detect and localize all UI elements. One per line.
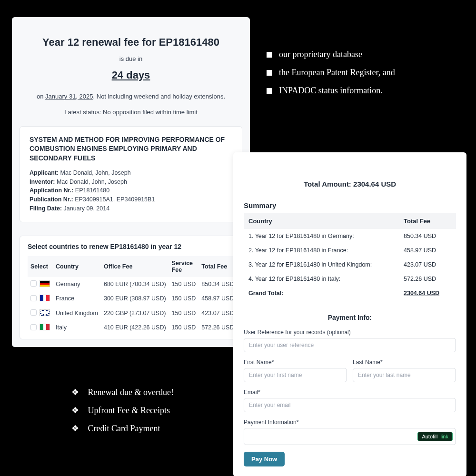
flag-icon <box>40 309 50 316</box>
country-name: Italy <box>53 320 101 335</box>
sum-col-country: Country <box>244 213 399 229</box>
payment-card: Total Amount: 2304.64 USD Summary Countr… <box>233 152 466 476</box>
diamond-bullet-icon: ❖ <box>71 402 79 420</box>
last-name-label: Last Name* <box>353 359 456 366</box>
applicant-label: Applicant: <box>30 169 59 176</box>
col-total-fee: Total Fee <box>198 256 237 277</box>
table-row: United Kingdom220 GBP (273.07 USD)150 US… <box>28 306 237 321</box>
country-select-box: Select countries to renew EP18161480 in … <box>20 236 242 339</box>
status-line: Latest status: No opposition filed withi… <box>20 109 242 116</box>
due-suffix: . Not including weekend and holiday exte… <box>93 93 226 100</box>
bullet-item: ❖ Renewal due & overdue! <box>71 384 174 402</box>
total-amount-label: Total Amount: <box>304 180 353 188</box>
diamond-bullet-icon: ❖ <box>71 384 79 402</box>
country-name: United Kingdom <box>53 306 101 321</box>
last-name-input[interactable] <box>353 368 456 382</box>
flag-icon <box>40 280 50 287</box>
due-in-label: is due in <box>20 55 242 62</box>
user-reference-row: User Reference for your records (optiona… <box>244 329 456 352</box>
diamond-bullet-icon: ❖ <box>71 420 79 438</box>
country-name: Germany <box>53 277 101 292</box>
service-fee: 150 USD <box>169 320 199 335</box>
square-bullet-icon <box>267 88 272 94</box>
col-select: Select <box>28 256 53 277</box>
summary-fee: 850.34 USD <box>399 229 456 243</box>
summary-line: 1. Year 12 for EP18161480 in Germany: <box>244 229 399 243</box>
due-on-prefix: on <box>37 93 45 100</box>
table-row: 1. Year 12 for EP18161480 in Germany:850… <box>244 229 456 243</box>
status-value: No opposition filed within time limit <box>103 109 198 116</box>
flag-icon <box>40 295 50 301</box>
table-row: 4. Year 12 for EP18161480 in Italy:572.2… <box>244 272 456 286</box>
office-fee: 220 GBP (273.07 USD) <box>101 306 169 321</box>
user-reference-label: User Reference for your records (optiona… <box>244 329 456 336</box>
bullet-item: the European Patent Register, and <box>267 64 395 82</box>
sum-col-total: Total Fee <box>399 213 456 229</box>
applicant-value: Mac Donald, John, Joseph <box>59 169 130 176</box>
table-row: 2. Year 12 for EP18161480 in France:458.… <box>244 243 456 258</box>
summary-table: Country Total Fee 1. Year 12 for EP18161… <box>244 213 456 300</box>
country-table: Select Country Office Fee Service Fee To… <box>28 256 237 335</box>
due-date-line: on January 31, 2025. Not including weeke… <box>20 93 242 100</box>
country-checkbox[interactable] <box>30 280 37 287</box>
office-fee: 680 EUR (700.34 USD) <box>101 277 169 292</box>
grand-total-value: 2304.64 USD <box>399 286 456 300</box>
office-fee: 300 EUR (308.97 USD) <box>101 291 169 306</box>
appno-label: Application Nr.: <box>30 187 73 194</box>
grand-total-row: Grand Total:2304.64 USD <box>244 286 456 300</box>
select-heading: Select countries to renew EP18161480 in … <box>28 243 234 250</box>
square-bullet-icon <box>267 52 272 58</box>
pubno-value: EP3409915A1, EP3409915B1 <box>73 196 155 203</box>
summary-fee: 458.97 USD <box>399 243 456 258</box>
country-checkbox[interactable] <box>30 295 37 301</box>
first-name-input[interactable] <box>244 368 347 382</box>
office-fee: 410 EUR (422.26 USD) <box>101 320 169 335</box>
grand-total-label: Grand Total: <box>244 286 399 300</box>
email-label: Email* <box>244 389 456 396</box>
col-office-fee: Office Fee <box>101 256 169 277</box>
autofill-badge[interactable]: Autofill link <box>417 432 453 441</box>
filing-value: January 09, 2014 <box>62 205 109 212</box>
pubno-label: Publication Nr.: <box>30 196 73 203</box>
appno-value: EP18161480 <box>73 187 109 194</box>
autofill-text: Autofill <box>422 434 437 439</box>
country-checkbox[interactable] <box>30 309 37 316</box>
patent-title: SYSTEM AND METHOD FOR IMPROVING PERFORMA… <box>30 135 232 163</box>
total-fee: 572.26 USD <box>198 320 237 335</box>
bullet-item: ❖ Upfront Fee & Receipts <box>71 402 174 420</box>
square-bullet-icon <box>267 70 272 76</box>
due-date: January 31, 2025 <box>45 93 93 100</box>
payment-method-input[interactable]: Autofill link <box>244 428 456 445</box>
summary-fee: 423.07 USD <box>399 258 456 272</box>
inventor-label: Inventor: <box>30 178 55 185</box>
email-input[interactable] <box>244 398 456 412</box>
user-reference-input[interactable] <box>244 338 456 352</box>
bullet-item: INPADOC status information. <box>267 82 395 100</box>
autofill-link: link <box>440 434 448 439</box>
summary-line: 3. Year 12 for EP18161480 in United King… <box>244 258 399 272</box>
summary-line: 2. Year 12 for EP18161480 in France: <box>244 243 399 258</box>
renewal-card: Year 12 renewal fee for EP18161480 is du… <box>12 17 250 347</box>
service-fee: 150 USD <box>169 306 199 321</box>
total-amount: Total Amount: 2304.64 USD <box>244 180 456 188</box>
total-fee: 423.07 USD <box>198 306 237 321</box>
col-service-fee: Service Fee <box>169 256 199 277</box>
col-country: Country <box>53 256 101 277</box>
total-fee: 458.97 USD <box>198 291 237 306</box>
table-row: Germany680 EUR (700.34 USD)150 USD850.34… <box>28 277 237 292</box>
service-fee: 150 USD <box>169 291 199 306</box>
total-amount-value: 2304.64 USD <box>353 180 396 188</box>
status-label: Latest status: <box>64 109 103 116</box>
table-row: 3. Year 12 for EP18161480 in United King… <box>244 258 456 272</box>
bullet-item: ❖ Credit Card Payment <box>71 420 174 438</box>
table-row: France300 EUR (308.97 USD)150 USD458.97 … <box>28 291 237 306</box>
flag-icon <box>40 324 50 330</box>
patent-info-box: SYSTEM AND METHOD FOR IMPROVING PERFORMA… <box>20 126 242 222</box>
summary-heading: Summary <box>244 201 456 209</box>
filing-label: Filing Date: <box>30 205 62 212</box>
summary-fee: 572.26 USD <box>399 272 456 286</box>
pay-now-button[interactable]: Pay Now <box>244 452 285 466</box>
country-checkbox[interactable] <box>30 324 37 330</box>
summary-line: 4. Year 12 for EP18161480 in Italy: <box>244 272 399 286</box>
bullet-item: our proprietary database <box>267 46 395 64</box>
